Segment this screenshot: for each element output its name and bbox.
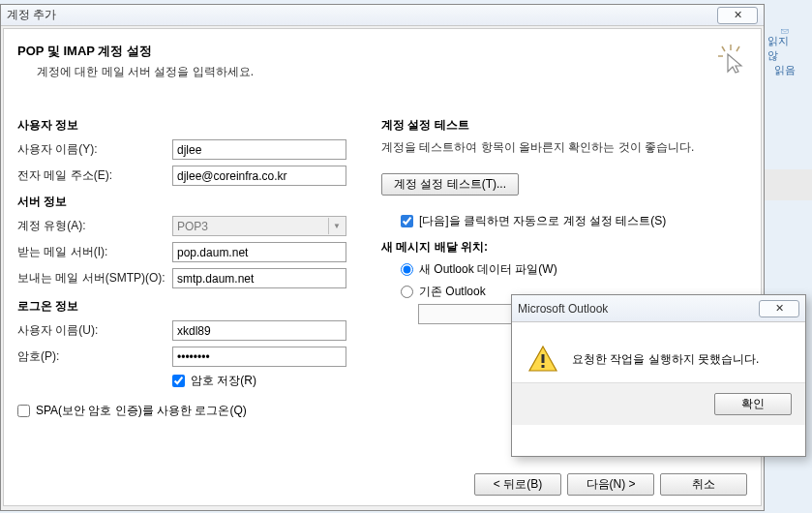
spa-label: SPA(보안 암호 인증)를 사용한 로그온(Q) [36, 403, 247, 419]
page-title: POP 및 IMAP 계정 설정 [17, 43, 254, 60]
popup-close-button[interactable]: ✕ [759, 300, 799, 317]
popup-ok-button[interactable]: 확인 [714, 393, 792, 415]
new-file-radio[interactable] [401, 263, 413, 276]
background-ribbon: 읽지 않 읽음 [767, 29, 812, 126]
outgoing-label: 보내는 메일 서버(SMTP)(O): [17, 270, 172, 287]
chevron-down-icon: ▼ [328, 218, 345, 234]
username-u-label: 사용자 이름(U): [17, 322, 172, 339]
popup-titlebar: Microsoft Outlook ✕ [512, 295, 805, 322]
next-button[interactable]: 다음(N) > [567, 473, 654, 496]
server-info-heading: 서버 정보 [17, 194, 376, 210]
username-y-input[interactable] [172, 139, 346, 160]
background-strip [765, 169, 812, 200]
email-label: 전자 메일 주소(E): [17, 167, 172, 184]
existing-file-label: 기존 Outlook [419, 284, 486, 300]
outgoing-server-input[interactable] [172, 268, 346, 288]
close-icon: ✕ [775, 302, 784, 315]
delivery-heading: 새 메시지 배달 위치: [381, 239, 734, 256]
popup-message: 요청한 작업을 실행하지 못했습니다. [572, 351, 759, 368]
remember-password-label: 암호 저장(R) [191, 373, 256, 389]
svg-rect-5 [542, 354, 545, 363]
password-label: 암호(P): [17, 348, 172, 365]
svg-rect-6 [542, 365, 545, 368]
incoming-server-input[interactable] [172, 242, 346, 262]
ribbon-text-1: 읽지 않 [767, 34, 802, 63]
wizard-cursor-icon [714, 43, 747, 75]
svg-line-1 [722, 46, 725, 51]
mark-read-button[interactable]: 읽지 않 읽음 [767, 29, 802, 77]
test-settings-desc: 계정을 테스트하여 항목이 올바른지 확인하는 것이 좋습니다. [381, 139, 734, 156]
username-u-input[interactable] [172, 320, 346, 341]
username-y-label: 사용자 이름(Y): [17, 141, 172, 158]
window-titlebar: 계정 추가 ✕ [1, 5, 764, 26]
test-settings-button[interactable]: 계정 설정 테스트(T)... [381, 173, 519, 196]
window-close-button[interactable]: ✕ [717, 7, 758, 24]
password-input[interactable] [172, 347, 346, 367]
wizard-footer: < 뒤로(B) 다음(N) > 취소 [474, 473, 747, 496]
cancel-button[interactable]: 취소 [660, 473, 747, 496]
new-file-label: 새 Outlook 데이터 파일(W) [419, 261, 557, 278]
close-icon: ✕ [734, 9, 742, 21]
account-type-label: 계정 유형(A): [17, 218, 172, 234]
ribbon-text-2: 읽음 [774, 63, 796, 77]
page-subtitle: 계정에 대한 메일 서버 설정을 입력하세요. [17, 64, 254, 80]
logon-info-heading: 로그온 정보 [17, 298, 376, 315]
svg-line-3 [737, 46, 739, 51]
account-type-value: POP3 [177, 220, 208, 233]
user-info-heading: 사용자 정보 [17, 117, 376, 134]
autotest-checkbox[interactable] [401, 215, 413, 227]
back-button[interactable]: < 뒤로(B) [474, 473, 561, 496]
remember-password-checkbox[interactable] [172, 375, 185, 387]
existing-file-radio[interactable] [401, 286, 413, 298]
spa-checkbox[interactable] [17, 405, 30, 417]
test-settings-heading: 계정 설정 테스트 [381, 117, 734, 134]
email-input[interactable] [172, 166, 346, 186]
error-dialog: Microsoft Outlook ✕ 요청한 작업을 실행하지 못했습니다. … [511, 294, 806, 457]
autotest-label: [다음]을 클릭하면 자동으로 계정 설정 테스트(S) [419, 213, 666, 229]
account-type-select: POP3 ▼ [172, 216, 346, 236]
popup-title: Microsoft Outlook [518, 302, 608, 316]
warning-icon [527, 344, 558, 375]
incoming-label: 받는 메일 서버(I): [17, 244, 172, 260]
window-title: 계정 추가 [7, 7, 56, 23]
